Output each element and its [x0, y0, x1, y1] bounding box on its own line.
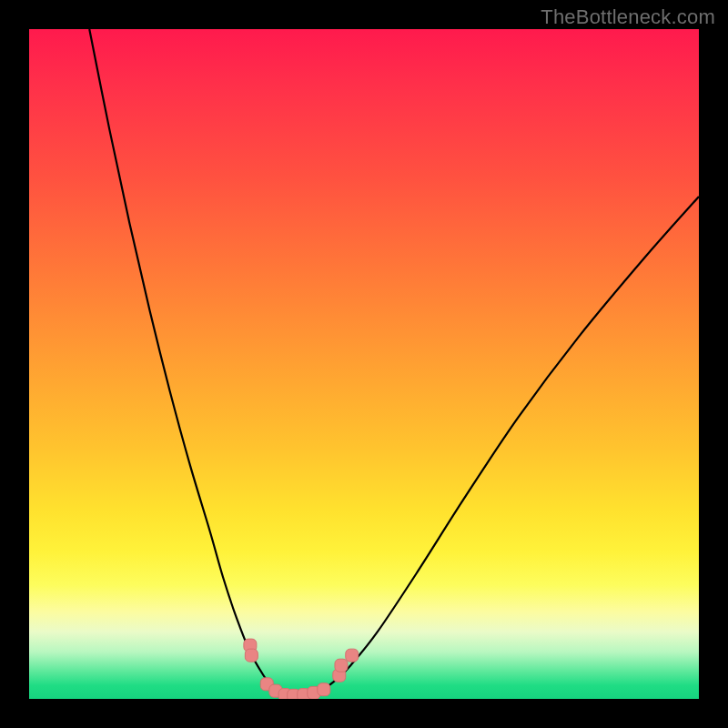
bottleneck-curve — [89, 29, 699, 696]
data-marker — [346, 649, 359, 662]
plot-area — [29, 29, 699, 699]
data-marker — [318, 683, 330, 696]
data-markers — [244, 639, 359, 699]
watermark-text: TheBottleneck.com — [541, 5, 715, 29]
data-marker — [245, 649, 258, 662]
chart-frame: TheBottleneck.com — [0, 0, 728, 728]
data-marker — [335, 659, 348, 672]
curve-layer — [29, 29, 699, 699]
